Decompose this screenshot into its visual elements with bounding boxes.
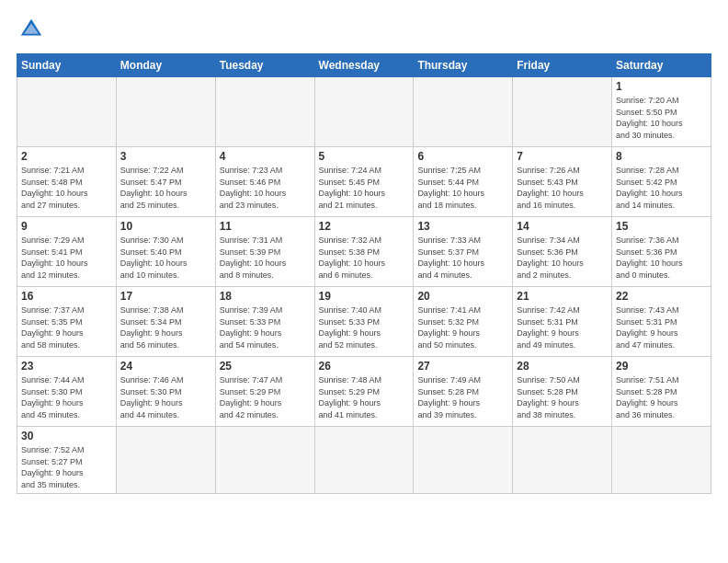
day-number: 28 (517, 360, 608, 373)
calendar-day-header: Friday (513, 54, 612, 77)
day-number: 9 (21, 220, 112, 233)
day-info: Sunrise: 7:43 AMSunset: 5:31 PMDaylight:… (616, 304, 707, 350)
day-number: 4 (220, 150, 311, 163)
day-info: Sunrise: 7:48 AMSunset: 5:29 PMDaylight:… (319, 374, 410, 420)
day-info: Sunrise: 7:51 AMSunset: 5:28 PMDaylight:… (616, 374, 707, 420)
calendar-cell (215, 427, 314, 494)
calendar-cell: 29Sunrise: 7:51 AMSunset: 5:28 PMDayligh… (612, 357, 711, 427)
day-info: Sunrise: 7:40 AMSunset: 5:33 PMDaylight:… (319, 304, 410, 350)
day-number: 8 (616, 150, 707, 163)
calendar-week-row: 23Sunrise: 7:44 AMSunset: 5:30 PMDayligh… (17, 357, 711, 427)
day-number: 29 (616, 360, 707, 373)
calendar-cell: 26Sunrise: 7:48 AMSunset: 5:29 PMDayligh… (314, 357, 414, 427)
calendar-cell: 25Sunrise: 7:47 AMSunset: 5:29 PMDayligh… (215, 357, 314, 427)
calendar-cell: 19Sunrise: 7:40 AMSunset: 5:33 PMDayligh… (314, 287, 414, 357)
day-info: Sunrise: 7:41 AMSunset: 5:32 PMDaylight:… (417, 304, 508, 350)
day-info: Sunrise: 7:37 AMSunset: 5:35 PMDaylight:… (21, 304, 112, 350)
calendar-cell (314, 77, 414, 147)
calendar-week-row: 16Sunrise: 7:37 AMSunset: 5:35 PMDayligh… (17, 287, 711, 357)
calendar-cell: 10Sunrise: 7:30 AMSunset: 5:40 PMDayligh… (116, 217, 215, 287)
calendar-cell: 18Sunrise: 7:39 AMSunset: 5:33 PMDayligh… (215, 287, 314, 357)
day-number: 27 (417, 360, 508, 373)
day-number: 10 (120, 220, 211, 233)
calendar-cell: 21Sunrise: 7:42 AMSunset: 5:31 PMDayligh… (513, 287, 612, 357)
day-number: 12 (319, 220, 410, 233)
day-number: 5 (319, 150, 410, 163)
day-info: Sunrise: 7:32 AMSunset: 5:38 PMDaylight:… (319, 235, 410, 281)
calendar-cell (612, 427, 711, 494)
day-info: Sunrise: 7:50 AMSunset: 5:28 PMDaylight:… (517, 374, 608, 420)
calendar-cell (215, 77, 314, 147)
day-number: 6 (417, 150, 508, 163)
calendar-cell (513, 77, 612, 147)
calendar-cell: 15Sunrise: 7:36 AMSunset: 5:36 PMDayligh… (612, 217, 711, 287)
day-info: Sunrise: 7:23 AMSunset: 5:46 PMDaylight:… (220, 165, 311, 211)
day-number: 2 (21, 150, 112, 163)
calendar-cell: 2Sunrise: 7:21 AMSunset: 5:48 PMDaylight… (17, 147, 117, 217)
day-info: Sunrise: 7:42 AMSunset: 5:31 PMDaylight:… (517, 304, 608, 350)
day-info: Sunrise: 7:49 AMSunset: 5:28 PMDaylight:… (417, 374, 508, 420)
calendar-cell: 22Sunrise: 7:43 AMSunset: 5:31 PMDayligh… (612, 287, 711, 357)
day-info: Sunrise: 7:29 AMSunset: 5:41 PMDaylight:… (21, 235, 112, 281)
calendar-week-row: 30Sunrise: 7:52 AMSunset: 5:27 PMDayligh… (17, 427, 711, 494)
day-number: 26 (319, 360, 410, 373)
day-number: 24 (120, 360, 211, 373)
day-number: 14 (517, 220, 608, 233)
day-number: 21 (517, 290, 608, 303)
day-info: Sunrise: 7:34 AMSunset: 5:36 PMDaylight:… (517, 235, 608, 281)
day-info: Sunrise: 7:47 AMSunset: 5:29 PMDaylight:… (220, 374, 311, 420)
day-info: Sunrise: 7:46 AMSunset: 5:30 PMDaylight:… (120, 374, 211, 420)
day-info: Sunrise: 7:28 AMSunset: 5:42 PMDaylight:… (616, 165, 707, 211)
calendar-cell: 23Sunrise: 7:44 AMSunset: 5:30 PMDayligh… (17, 357, 117, 427)
calendar-cell: 12Sunrise: 7:32 AMSunset: 5:38 PMDayligh… (314, 217, 414, 287)
calendar-cell: 16Sunrise: 7:37 AMSunset: 5:35 PMDayligh… (17, 287, 117, 357)
day-number: 20 (417, 290, 508, 303)
day-number: 16 (21, 290, 112, 303)
calendar-cell: 20Sunrise: 7:41 AMSunset: 5:32 PMDayligh… (414, 287, 513, 357)
day-number: 23 (21, 360, 112, 373)
day-info: Sunrise: 7:44 AMSunset: 5:30 PMDaylight:… (21, 374, 112, 420)
calendar-cell: 24Sunrise: 7:46 AMSunset: 5:30 PMDayligh… (116, 357, 215, 427)
page: SundayMondayTuesdayWednesdayThursdayFrid… (0, 0, 728, 563)
day-number: 18 (220, 290, 311, 303)
calendar-cell: 30Sunrise: 7:52 AMSunset: 5:27 PMDayligh… (17, 427, 117, 494)
day-number: 17 (120, 290, 211, 303)
day-number: 7 (517, 150, 608, 163)
calendar-cell: 1Sunrise: 7:20 AMSunset: 5:50 PMDaylight… (612, 77, 711, 147)
calendar-cell: 7Sunrise: 7:26 AMSunset: 5:43 PMDaylight… (513, 147, 612, 217)
calendar-week-row: 1Sunrise: 7:20 AMSunset: 5:50 PMDaylight… (17, 77, 711, 147)
calendar-day-header: Thursday (414, 54, 513, 77)
day-info: Sunrise: 7:39 AMSunset: 5:33 PMDaylight:… (220, 304, 311, 350)
day-info: Sunrise: 7:24 AMSunset: 5:45 PMDaylight:… (319, 165, 410, 211)
day-info: Sunrise: 7:22 AMSunset: 5:47 PMDaylight:… (120, 165, 211, 211)
calendar-week-row: 2Sunrise: 7:21 AMSunset: 5:48 PMDaylight… (17, 147, 711, 217)
calendar-cell: 3Sunrise: 7:22 AMSunset: 5:47 PMDaylight… (116, 147, 215, 217)
calendar-cell (414, 427, 513, 494)
day-info: Sunrise: 7:21 AMSunset: 5:48 PMDaylight:… (21, 165, 112, 211)
day-number: 19 (319, 290, 410, 303)
day-info: Sunrise: 7:33 AMSunset: 5:37 PMDaylight:… (417, 235, 508, 281)
day-info: Sunrise: 7:26 AMSunset: 5:43 PMDaylight:… (517, 165, 608, 211)
day-info: Sunrise: 7:25 AMSunset: 5:44 PMDaylight:… (417, 165, 508, 211)
day-number: 1 (616, 80, 707, 93)
day-number: 3 (120, 150, 211, 163)
calendar-cell: 28Sunrise: 7:50 AMSunset: 5:28 PMDayligh… (513, 357, 612, 427)
day-number: 15 (616, 220, 707, 233)
calendar-cell (513, 427, 612, 494)
calendar-cell: 6Sunrise: 7:25 AMSunset: 5:44 PMDaylight… (414, 147, 513, 217)
calendar-day-header: Monday (116, 54, 215, 77)
calendar-cell: 5Sunrise: 7:24 AMSunset: 5:45 PMDaylight… (314, 147, 414, 217)
day-info: Sunrise: 7:36 AMSunset: 5:36 PMDaylight:… (616, 235, 707, 281)
day-number: 30 (21, 430, 112, 442)
logo (17, 15, 50, 44)
calendar-day-header: Saturday (612, 54, 711, 77)
calendar-cell (116, 77, 215, 147)
calendar-day-header: Wednesday (314, 54, 414, 77)
calendar-day-header: Sunday (17, 54, 117, 77)
day-info: Sunrise: 7:38 AMSunset: 5:34 PMDaylight:… (120, 304, 211, 350)
calendar-cell (314, 427, 414, 494)
calendar-cell (414, 77, 513, 147)
header (17, 15, 711, 44)
calendar-day-header: Tuesday (215, 54, 314, 77)
calendar-cell: 9Sunrise: 7:29 AMSunset: 5:41 PMDaylight… (17, 217, 117, 287)
